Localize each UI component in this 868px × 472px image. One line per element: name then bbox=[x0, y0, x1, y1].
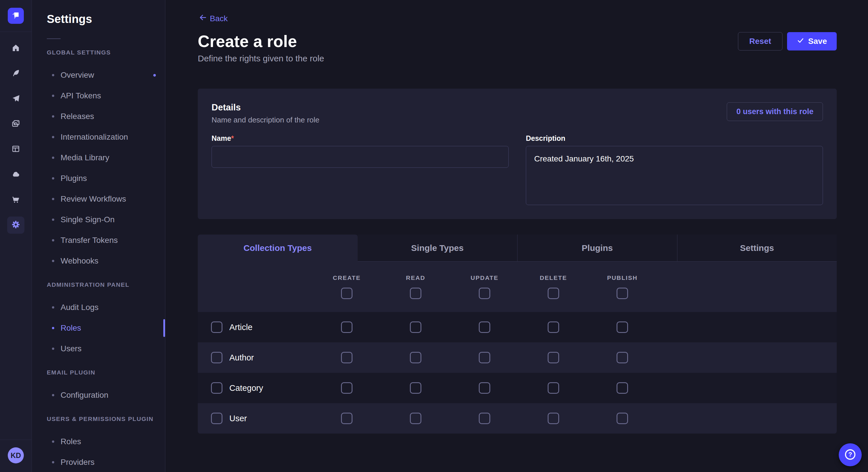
rail-item-home[interactable] bbox=[7, 40, 24, 57]
details-subtitle: Name and description of the role bbox=[212, 115, 319, 125]
sidebar-item-plugins[interactable]: Plugins bbox=[47, 168, 156, 189]
row-label: Author bbox=[229, 353, 254, 363]
help-button[interactable]: ? bbox=[839, 443, 862, 466]
permission-checkbox-user-delete[interactable] bbox=[548, 413, 559, 424]
rail-divider bbox=[0, 32, 32, 32]
subnav-title-divider bbox=[47, 38, 61, 39]
permission-cell bbox=[312, 322, 381, 333]
sidebar-item-label: Audit Logs bbox=[61, 303, 98, 312]
select-all-delete-checkbox[interactable] bbox=[548, 288, 559, 299]
rail-icon-list bbox=[7, 40, 24, 234]
row-entity-cell: Author bbox=[198, 352, 312, 363]
home-icon bbox=[11, 43, 20, 53]
description-textarea[interactable]: Created January 16th, 2025 bbox=[526, 146, 823, 205]
bullet-icon bbox=[52, 95, 54, 97]
select-all-create-checkbox[interactable] bbox=[341, 288, 352, 299]
sidebar-item-review-workflows[interactable]: Review Workflows bbox=[47, 189, 156, 209]
permission-checkbox-article-create[interactable] bbox=[341, 322, 352, 333]
strapi-logo[interactable] bbox=[8, 8, 24, 24]
permission-checkbox-user-read[interactable] bbox=[410, 413, 422, 424]
save-label: Save bbox=[808, 37, 827, 46]
column-header-label: READ bbox=[406, 274, 425, 281]
select-all-read-checkbox[interactable] bbox=[410, 288, 422, 299]
table-row-user: User bbox=[198, 403, 837, 434]
row-label: Category bbox=[229, 383, 263, 393]
rail-item-marketplace[interactable] bbox=[7, 191, 24, 208]
rail-item-deploy[interactable] bbox=[7, 90, 24, 107]
row-select-checkbox-author[interactable] bbox=[211, 352, 222, 363]
sidebar-item-releases[interactable]: Releases bbox=[47, 106, 156, 127]
rail-item-settings[interactable] bbox=[7, 216, 24, 234]
row-label: Article bbox=[229, 323, 253, 332]
permission-checkbox-category-read[interactable] bbox=[410, 382, 422, 394]
sidebar-item-audit-logs[interactable]: Audit Logs bbox=[47, 297, 156, 318]
sidebar-item-overview[interactable]: Overview bbox=[47, 65, 156, 86]
save-button[interactable]: Save bbox=[787, 32, 837, 50]
permission-checkbox-user-publish[interactable] bbox=[617, 413, 628, 424]
tab-plugins[interactable]: Plugins bbox=[517, 235, 677, 262]
sidebar-item-label: Internationalization bbox=[61, 133, 128, 142]
sidebar-item-api-tokens[interactable]: API Tokens bbox=[47, 86, 156, 106]
permission-checkbox-article-publish[interactable] bbox=[617, 322, 628, 333]
permission-cell bbox=[312, 352, 381, 363]
permission-checkbox-author-read[interactable] bbox=[410, 352, 422, 363]
required-asterisk: * bbox=[231, 134, 234, 142]
rail-item-media-library[interactable] bbox=[7, 115, 24, 133]
sidebar-item-providers[interactable]: Providers bbox=[47, 452, 156, 472]
rail-item-cloud[interactable] bbox=[7, 166, 24, 183]
permission-checkbox-category-publish[interactable] bbox=[617, 382, 628, 394]
media-library-icon bbox=[11, 119, 20, 129]
sidebar-item-media-library[interactable]: Media Library bbox=[47, 147, 156, 168]
select-all-publish-checkbox[interactable] bbox=[617, 288, 628, 299]
row-select-checkbox-user[interactable] bbox=[211, 413, 222, 424]
permission-cell bbox=[588, 413, 657, 424]
rail-item-content-manager[interactable] bbox=[7, 141, 24, 158]
permission-checkbox-category-create[interactable] bbox=[341, 382, 352, 394]
deploy-icon bbox=[11, 94, 20, 104]
sidebar-item-users[interactable]: Users bbox=[47, 338, 156, 359]
sidebar-item-label: Providers bbox=[61, 458, 94, 467]
rail-item-content-builder[interactable] bbox=[7, 65, 24, 82]
permission-cell bbox=[588, 352, 657, 363]
subnav-title: Settings bbox=[47, 11, 156, 26]
sidebar-item-single-sign-on[interactable]: Single Sign-On bbox=[47, 209, 156, 230]
permission-checkbox-category-delete[interactable] bbox=[548, 382, 559, 394]
column-header-label: PUBLISH bbox=[607, 274, 638, 281]
sidebar-item-roles[interactable]: Roles bbox=[47, 318, 156, 338]
tab-collection-types[interactable]: Collection Types bbox=[198, 235, 358, 262]
permission-checkbox-category-update[interactable] bbox=[479, 382, 490, 394]
name-input[interactable] bbox=[212, 146, 508, 168]
header-actions: Reset Save bbox=[738, 32, 837, 50]
permission-checkbox-user-update[interactable] bbox=[479, 413, 490, 424]
reset-button[interactable]: Reset bbox=[738, 32, 782, 50]
avatar[interactable]: KD bbox=[8, 447, 24, 463]
row-entity-cell: User bbox=[198, 413, 312, 424]
row-select-checkbox-article[interactable] bbox=[211, 322, 222, 333]
sidebar-item-roles[interactable]: Roles bbox=[47, 431, 156, 452]
tab-single-types[interactable]: Single Types bbox=[358, 235, 518, 262]
permission-checkbox-article-update[interactable] bbox=[479, 322, 490, 333]
sidebar-item-internationalization[interactable]: Internationalization bbox=[47, 127, 156, 147]
sidebar-item-webhooks[interactable]: Webhooks bbox=[47, 250, 156, 271]
permission-checkbox-author-delete[interactable] bbox=[548, 352, 559, 363]
select-all-update-checkbox[interactable] bbox=[479, 288, 490, 299]
main-nav-rail: KD bbox=[0, 0, 32, 472]
permission-checkbox-author-create[interactable] bbox=[341, 352, 352, 363]
page-subtitle: Define the rights given to the role bbox=[198, 54, 837, 63]
bullet-icon bbox=[52, 306, 54, 308]
permission-cell bbox=[450, 413, 519, 424]
tab-settings[interactable]: Settings bbox=[677, 235, 837, 262]
users-with-role-button[interactable]: 0 users with this role bbox=[727, 102, 823, 121]
permission-checkbox-author-update[interactable] bbox=[479, 352, 490, 363]
permission-checkbox-article-delete[interactable] bbox=[548, 322, 559, 333]
sidebar-item-transfer-tokens[interactable]: Transfer Tokens bbox=[47, 230, 156, 250]
subnav-section-label: EMAIL PLUGIN bbox=[47, 368, 156, 377]
permission-checkbox-article-read[interactable] bbox=[410, 322, 422, 333]
arrow-left-icon bbox=[198, 13, 206, 24]
permission-checkbox-user-create[interactable] bbox=[341, 413, 352, 424]
rail-divider bbox=[0, 440, 32, 440]
sidebar-item-configuration[interactable]: Configuration bbox=[47, 385, 156, 405]
back-link[interactable]: Back bbox=[198, 13, 228, 24]
permission-checkbox-author-publish[interactable] bbox=[617, 352, 628, 363]
row-select-checkbox-category[interactable] bbox=[211, 382, 222, 394]
